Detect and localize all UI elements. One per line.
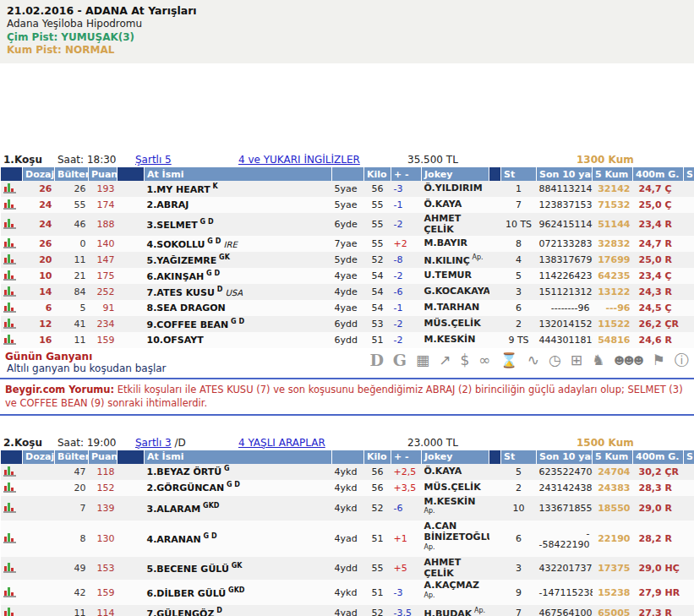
comment-block: Beygir.com Yorumu: Etkili koşuları ile A… xyxy=(0,378,694,415)
form-chart-icon[interactable] xyxy=(3,561,16,573)
binoculars-icon[interactable]: ∞ xyxy=(478,353,490,368)
horse-name[interactable]: 5.YAĞIZEMRE GK xyxy=(147,255,230,266)
jockey-name[interactable]: U.TEMUR xyxy=(422,268,489,284)
stopwatch-icon[interactable]: ◷ xyxy=(549,353,561,368)
form-chart-icon[interactable] xyxy=(3,606,16,616)
race-category-link[interactable]: 4 ve YUKARI İNGİLİZLER xyxy=(238,154,360,166)
form-chart-icon[interactable] xyxy=(3,501,16,513)
form-chart-icon[interactable] xyxy=(3,333,16,345)
horse-name[interactable]: 6.AKINŞAH G D xyxy=(147,271,221,282)
horse-name[interactable]: 6.DİLBER GÜLÜ GKD xyxy=(147,588,245,599)
jockey-name[interactable]: MÜS.ÇELİK xyxy=(422,480,489,496)
jockey-name[interactable]: H.BUDAK Ap. xyxy=(422,605,489,616)
race-condition-link[interactable]: Şartlı 3 xyxy=(135,437,172,449)
jockey-name[interactable]: M.KESKİN xyxy=(422,332,489,348)
form-graph-icon[interactable]: ∿ xyxy=(527,353,539,368)
horse-name[interactable]: 9.COFFEE BEAN G D xyxy=(147,319,245,330)
jockey-name[interactable]: A.KAÇMAZ Ap. xyxy=(422,580,489,605)
horse-name-cell: 4.ARANAN G D xyxy=(145,521,332,557)
form-chart-cell xyxy=(1,197,23,213)
horse-name[interactable]: 10.OFSAYT xyxy=(147,335,204,346)
last10-results: 1336718550 xyxy=(537,496,593,521)
form-chart-icon[interactable] xyxy=(3,285,16,297)
daily-double-icon[interactable]: D xyxy=(369,352,383,368)
last10-results: 9624151144 xyxy=(537,213,593,236)
bulten-value: 47 xyxy=(55,464,89,480)
horse-name[interactable]: 4.ARANAN G D xyxy=(147,534,217,545)
sand-track-condition: Kum Pist: NORMAL xyxy=(7,44,687,57)
jockey-name[interactable]: M.TARHAN xyxy=(422,300,489,316)
horse-name[interactable]: 8.SEA DRAGON xyxy=(147,303,226,313)
bulten-value: 11 xyxy=(55,332,89,348)
race-condition-link[interactable]: Şartlı 5 xyxy=(135,154,172,166)
spacer-cell xyxy=(489,605,501,616)
horse-name[interactable]: 7.GÜLENGÖZ D xyxy=(147,608,222,616)
race-category-link[interactable]: 4 YAŞLI ARAPLAR xyxy=(238,437,325,449)
hourglass-icon[interactable]: ⌛ xyxy=(500,353,517,368)
finish-flag-icon[interactable]: ⚑ xyxy=(653,353,665,368)
puan-value: 147 xyxy=(89,252,117,268)
form-chart-cell xyxy=(1,496,23,521)
horse-name[interactable]: 3.SELMET G D xyxy=(147,220,214,231)
dozaj-value: 24 xyxy=(23,197,55,213)
ganyan-icon[interactable]: G xyxy=(393,352,407,368)
spacer-cell xyxy=(489,496,501,521)
form-chart-icon[interactable] xyxy=(3,253,16,264)
jockey-name[interactable]: G.KOCAKAYA xyxy=(422,284,489,300)
form-chart-icon[interactable] xyxy=(3,317,16,329)
jockey-name[interactable]: Ö.YILDIRIM xyxy=(422,181,489,197)
horse-name[interactable]: 5.BECENE GÜLÜ GK xyxy=(147,564,243,575)
weight-value: 51 xyxy=(364,521,391,557)
horse-name[interactable]: 2.GÖRGÜNCAN G D xyxy=(147,482,240,493)
horse-name[interactable]: 7.ATES KUSU D USA xyxy=(147,287,243,298)
horse-name-cell: 6.AKINŞAH G D xyxy=(145,268,332,284)
horse-name[interactable]: 4.SOKOLLU G D IRE xyxy=(147,239,238,250)
jockey-name[interactable]: MÜS.ÇELİK xyxy=(422,316,489,332)
jockey-name[interactable]: N.KILINÇ Ap. xyxy=(422,252,489,268)
horse-row: 42 159 6.DİLBER GÜLÜ GKD 4ykd 51 -3 A.KA… xyxy=(1,580,694,605)
puan-value: 114 xyxy=(89,605,117,616)
jockey-name[interactable]: A.CAN BİNİZETOĞLU Ap. xyxy=(422,521,489,557)
form-chart-cell xyxy=(1,252,23,268)
horse-name[interactable]: 1.BEYAZ ÖRTÜ G xyxy=(147,466,230,477)
form-chart-icon[interactable] xyxy=(3,301,16,313)
info-icon[interactable]: ⓘ xyxy=(675,353,689,368)
spacer-cell xyxy=(489,332,501,348)
bulten-value: 46 xyxy=(55,213,89,236)
s-cell xyxy=(684,496,694,521)
spacer-cell xyxy=(489,268,501,284)
form-chart-icon[interactable] xyxy=(3,217,16,229)
transfer-arrow-icon[interactable]: ↗ xyxy=(439,353,451,368)
calculator-icon[interactable]: ⊞ xyxy=(571,353,582,368)
horse-head-icon[interactable]: ♞ xyxy=(592,353,604,368)
jockey-name[interactable]: M.BAYIR xyxy=(422,236,489,252)
weight-change: -2 xyxy=(391,332,422,348)
form-chart-icon[interactable] xyxy=(3,198,16,210)
puan-value: 252 xyxy=(89,284,117,300)
form-chart-icon[interactable] xyxy=(3,182,16,194)
last10-results: 1320141522 xyxy=(537,316,593,332)
form-chart-icon[interactable] xyxy=(3,237,16,248)
jockey-name[interactable]: M.KESKİN Ap. xyxy=(422,496,489,521)
ekuri-cell xyxy=(117,332,145,348)
horse-name[interactable]: 2.ABRAJ xyxy=(147,199,189,210)
program-icon[interactable]: ▦ xyxy=(416,353,429,368)
form-chart-icon[interactable] xyxy=(3,269,16,281)
ekuri-column-header xyxy=(117,450,145,464)
jockey-name[interactable]: Ö.KAYA xyxy=(422,464,489,480)
prize-money-icon[interactable]: $ xyxy=(460,353,469,368)
form-chart-icon[interactable] xyxy=(3,586,16,597)
jockey-name[interactable]: Ö.KAYA xyxy=(422,197,489,213)
form-chart-icon[interactable] xyxy=(3,481,16,493)
jockey-name[interactable]: AHMET ÇELİK xyxy=(422,213,489,236)
jockey-name[interactable]: AHMET ÇELİK xyxy=(422,557,489,580)
horse-name[interactable]: 1.MY HEART K xyxy=(147,184,218,195)
crowd-icon[interactable]: ☻☻☻ xyxy=(614,356,643,366)
start-box: 6 xyxy=(501,521,537,557)
puan-value: 159 xyxy=(89,332,117,348)
form-chart-icon[interactable] xyxy=(3,532,16,543)
weight-change: -6 xyxy=(391,496,422,521)
form-chart-icon[interactable] xyxy=(3,465,16,477)
horse-name-cell: 8.SEA DRAGON xyxy=(145,300,332,316)
horse-name[interactable]: 3.ALARAM GKD xyxy=(147,504,220,515)
